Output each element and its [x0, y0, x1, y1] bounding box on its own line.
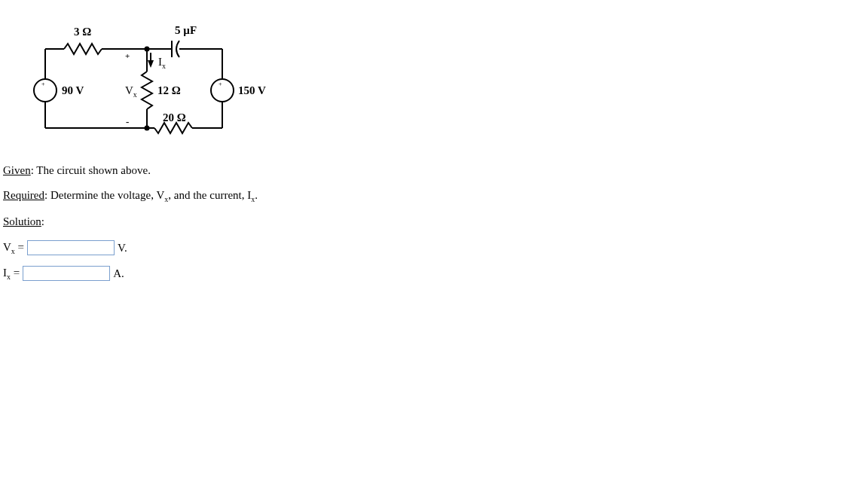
- given-line: Given: The circuit shown above.: [3, 164, 606, 177]
- vx-plus: +: [125, 51, 130, 60]
- required-line: Required: Determine the voltage, Vx, and…: [3, 189, 606, 203]
- solution-line: Solution:: [3, 215, 606, 228]
- svg-point-16: [211, 79, 234, 102]
- svg-text:_: _: [218, 93, 223, 102]
- vx-label: Vx: [125, 84, 137, 99]
- ix-answer-row: Ix = A.: [3, 266, 606, 281]
- vx-unit: V.: [118, 242, 127, 255]
- ix-var: Ix =: [3, 267, 20, 281]
- r2-label: 12 Ω: [157, 84, 181, 97]
- vx-answer-row: Vx = V.: [3, 240, 606, 255]
- r1-label: 3 Ω: [74, 26, 91, 38]
- r3-label: 20 Ω: [163, 111, 186, 124]
- ix-unit: A.: [113, 267, 124, 280]
- vx-var: Vx =: [3, 241, 24, 255]
- vx-minus: -: [126, 116, 129, 128]
- ix-input[interactable]: [23, 266, 110, 281]
- c1-label: 5 µF: [175, 24, 197, 37]
- ix-label: Ix: [158, 56, 166, 70]
- svg-marker-8: [148, 60, 154, 68]
- problem-text: Given: The circuit shown above. Required…: [3, 164, 606, 291]
- svg-point-0: [34, 79, 57, 102]
- circuit-diagram: + _: [23, 15, 294, 143]
- svg-text:+: +: [41, 81, 45, 87]
- vs2-label: 150 V: [238, 84, 266, 97]
- svg-text:+: +: [219, 81, 222, 87]
- vx-input[interactable]: [27, 240, 115, 255]
- vs1-label: 90 V: [62, 84, 84, 97]
- svg-text:_: _: [41, 93, 46, 102]
